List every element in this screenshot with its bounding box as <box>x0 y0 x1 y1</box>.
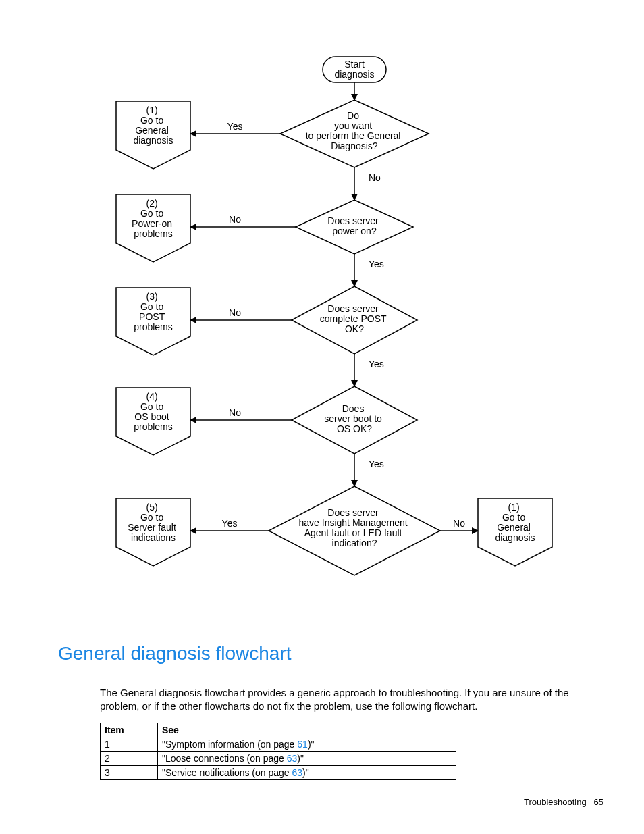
label-no: No <box>453 518 465 529</box>
label-yes: Yes <box>369 459 384 469</box>
offpage-server-fault: (5) Go to Server fault indications <box>116 498 190 566</box>
flowchart-svg: Startdiagnosis Do you want to perform th… <box>0 0 644 635</box>
col-see-header: See <box>158 723 456 737</box>
label-yes: Yes <box>369 359 384 369</box>
label-yes: Yes <box>227 121 243 132</box>
label-yes: Yes <box>222 518 238 529</box>
page-link[interactable]: 61 <box>297 739 308 750</box>
col-item-header: Item <box>101 723 158 737</box>
page-footer: Troubleshooting 65 <box>524 797 603 807</box>
section-heading: General diagnosis flowchart <box>58 643 292 664</box>
label-yes: Yes <box>369 259 384 269</box>
label-no: No <box>369 172 381 183</box>
table-row: 1 "Symptom information (on page 61)" <box>101 737 456 752</box>
table-header-row: Item See <box>101 723 456 737</box>
intro-paragraph: The General diagnosis flowchart provides… <box>100 686 603 714</box>
label-no: No <box>229 307 241 318</box>
label-no: No <box>229 407 241 418</box>
offpage-post: (3) Go to POST problems <box>116 288 190 355</box>
reference-table: Item See 1 "Symptom information (on page… <box>100 723 456 780</box>
page-link[interactable]: 63 <box>287 753 298 764</box>
d2-text: Does server power on? <box>327 215 381 236</box>
offpage-general-diagnosis: (1) Go to General diagnosis <box>116 101 190 169</box>
offpage-power-on: (2) Go to Power-on problems <box>116 194 190 262</box>
label-no: No <box>229 214 241 225</box>
table-row: 2 "Loose connections (on page 63)" <box>101 752 456 766</box>
page-link[interactable]: 63 <box>292 767 303 778</box>
offpage-general-diagnosis-right: (1) Go to General diagnosis <box>478 498 552 566</box>
offpage-os-boot: (4) Go to OS boot problems <box>116 388 190 455</box>
table-row: 3 "Service notifications (on page 63)" <box>101 766 456 780</box>
